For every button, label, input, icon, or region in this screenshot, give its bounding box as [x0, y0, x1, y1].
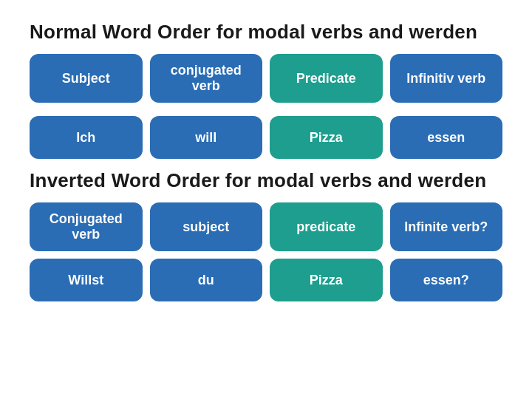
normal-header-conjugated-verb: conjugated verb: [150, 54, 263, 103]
normal-data-will: will: [150, 116, 263, 159]
inverted-header-subject: subject: [150, 202, 263, 251]
normal-header-subject: Subject: [30, 54, 143, 103]
inverted-header-infinite-verb: Infinite verb?: [390, 202, 503, 251]
normal-header-infinitiv-verb: Infinitiv verb: [390, 54, 503, 103]
inverted-data-du: du: [150, 259, 263, 301]
inverted-data-row: Willst du Pizza essen?: [30, 259, 502, 301]
normal-section-title: Normal Word Order for modal verbs and we…: [30, 21, 502, 44]
normal-data-row: Ich will Pizza essen: [30, 116, 502, 159]
inverted-data-essen: essen?: [390, 259, 503, 301]
inverted-data-pizza: Pizza: [270, 259, 383, 301]
inverted-section-title: Inverted Word Order for modal verbs and …: [30, 169, 502, 192]
inverted-data-willst: Willst: [30, 259, 143, 301]
normal-data-essen: essen: [390, 116, 503, 159]
normal-data-pizza: Pizza: [270, 116, 383, 159]
inverted-header-conjugated-verb: Conjugated verb: [30, 202, 143, 251]
inverted-header-row: Conjugated verb subject predicate Infini…: [30, 202, 502, 251]
page: Normal Word Order for modal verbs and we…: [0, 0, 532, 399]
normal-header-predicate: Predicate: [270, 54, 383, 103]
inverted-header-predicate: predicate: [270, 202, 383, 251]
normal-header-row: Subject conjugated verb Predicate Infini…: [30, 54, 502, 103]
normal-data-ich: Ich: [30, 116, 143, 159]
